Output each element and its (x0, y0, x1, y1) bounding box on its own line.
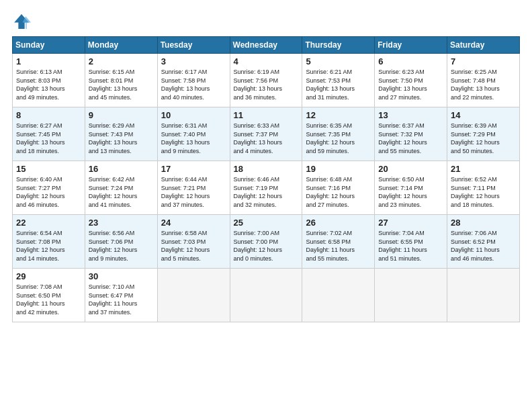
day-number: 23 (89, 218, 154, 228)
day-number: 16 (89, 164, 154, 174)
calendar-cell: 29Sunrise: 7:08 AM Sunset: 6:50 PM Dayli… (13, 269, 85, 322)
calendar-cell (447, 269, 520, 322)
day-info: Sunrise: 6:40 AM Sunset: 7:27 PM Dayligh… (16, 175, 81, 209)
day-info: Sunrise: 6:54 AM Sunset: 7:08 PM Dayligh… (16, 229, 81, 263)
calendar-cell: 3Sunrise: 6:17 AM Sunset: 7:58 PM Daylig… (157, 54, 230, 107)
day-number: 5 (306, 56, 371, 66)
calendar-cell: 7Sunrise: 6:25 AM Sunset: 7:48 PM Daylig… (447, 54, 520, 107)
calendar-week-2: 8Sunrise: 6:27 AM Sunset: 7:45 PM Daylig… (13, 107, 520, 161)
day-number: 12 (306, 110, 371, 120)
day-info: Sunrise: 6:33 AM Sunset: 7:37 PM Dayligh… (234, 122, 299, 155)
calendar-header: SundayMondayTuesdayWednesdayThursdayFrid… (13, 37, 520, 54)
day-info: Sunrise: 6:42 AM Sunset: 7:24 PM Dayligh… (89, 175, 154, 209)
header (12, 12, 520, 31)
day-number: 25 (234, 218, 299, 228)
calendar-cell: 6Sunrise: 6:23 AM Sunset: 7:50 PM Daylig… (375, 54, 447, 107)
calendar-week-5: 29Sunrise: 7:08 AM Sunset: 6:50 PM Dayli… (13, 269, 520, 322)
calendar-cell: 21Sunrise: 6:52 AM Sunset: 7:11 PM Dayli… (447, 161, 520, 215)
day-number: 18 (234, 164, 299, 174)
day-info: Sunrise: 6:21 AM Sunset: 7:53 PM Dayligh… (306, 68, 371, 101)
calendar-cell: 30Sunrise: 7:10 AM Sunset: 6:47 PM Dayli… (85, 269, 157, 322)
day-info: Sunrise: 6:29 AM Sunset: 7:43 PM Dayligh… (89, 122, 154, 155)
day-number: 14 (451, 110, 516, 120)
day-info: Sunrise: 6:44 AM Sunset: 7:21 PM Dayligh… (161, 175, 226, 209)
day-info: Sunrise: 6:50 AM Sunset: 7:14 PM Dayligh… (378, 175, 443, 209)
logo (12, 12, 32, 31)
calendar-cell: 18Sunrise: 6:46 AM Sunset: 7:19 PM Dayli… (230, 161, 302, 215)
calendar-cell: 2Sunrise: 6:15 AM Sunset: 8:01 PM Daylig… (85, 54, 157, 107)
day-info: Sunrise: 6:35 AM Sunset: 7:35 PM Dayligh… (306, 122, 371, 155)
day-info: Sunrise: 6:13 AM Sunset: 8:03 PM Dayligh… (16, 68, 81, 101)
weekday-header-monday: Monday (85, 37, 157, 54)
day-info: Sunrise: 6:23 AM Sunset: 7:50 PM Dayligh… (378, 68, 443, 101)
day-number: 26 (306, 218, 371, 228)
calendar-cell: 22Sunrise: 6:54 AM Sunset: 7:08 PM Dayli… (13, 215, 85, 269)
day-number: 17 (161, 164, 226, 174)
day-number: 20 (378, 164, 443, 174)
calendar-cell: 5Sunrise: 6:21 AM Sunset: 7:53 PM Daylig… (302, 54, 375, 107)
day-info: Sunrise: 6:48 AM Sunset: 7:16 PM Dayligh… (306, 175, 371, 209)
day-info: Sunrise: 6:56 AM Sunset: 7:06 PM Dayligh… (89, 229, 154, 263)
day-info: Sunrise: 7:02 AM Sunset: 6:58 PM Dayligh… (306, 229, 371, 263)
day-number: 28 (451, 218, 516, 228)
day-number: 19 (306, 164, 371, 174)
calendar-cell: 25Sunrise: 7:00 AM Sunset: 7:00 PM Dayli… (230, 215, 302, 269)
day-info: Sunrise: 6:25 AM Sunset: 7:48 PM Dayligh… (451, 68, 516, 101)
calendar-cell: 17Sunrise: 6:44 AM Sunset: 7:21 PM Dayli… (157, 161, 230, 215)
day-number: 10 (161, 110, 226, 120)
day-number: 6 (378, 56, 443, 66)
day-number: 9 (89, 110, 154, 120)
day-number: 1 (16, 56, 81, 66)
day-number: 7 (451, 56, 516, 66)
day-info: Sunrise: 6:37 AM Sunset: 7:32 PM Dayligh… (378, 122, 443, 155)
calendar-week-4: 22Sunrise: 6:54 AM Sunset: 7:08 PM Dayli… (13, 215, 520, 269)
day-info: Sunrise: 6:15 AM Sunset: 8:01 PM Dayligh… (89, 68, 154, 101)
page: SundayMondayTuesdayWednesdayThursdayFrid… (0, 0, 532, 411)
calendar-week-3: 15Sunrise: 6:40 AM Sunset: 7:27 PM Dayli… (13, 161, 520, 215)
day-info: Sunrise: 6:58 AM Sunset: 7:03 PM Dayligh… (161, 229, 226, 263)
day-info: Sunrise: 6:52 AM Sunset: 7:11 PM Dayligh… (451, 175, 516, 209)
day-number: 30 (89, 271, 154, 281)
calendar-cell: 4Sunrise: 6:19 AM Sunset: 7:56 PM Daylig… (230, 54, 302, 107)
calendar-cell: 20Sunrise: 6:50 AM Sunset: 7:14 PM Dayli… (375, 161, 447, 215)
day-number: 13 (378, 110, 443, 120)
calendar-cell (375, 269, 447, 322)
logo-icon (12, 12, 31, 31)
day-number: 3 (161, 56, 226, 66)
calendar-cell: 14Sunrise: 6:39 AM Sunset: 7:29 PM Dayli… (447, 107, 520, 161)
weekday-header-friday: Friday (375, 37, 447, 54)
day-number: 8 (16, 110, 81, 120)
calendar-cell: 19Sunrise: 6:48 AM Sunset: 7:16 PM Dayli… (302, 161, 375, 215)
calendar-cell: 11Sunrise: 6:33 AM Sunset: 7:37 PM Dayli… (230, 107, 302, 161)
day-number: 29 (16, 271, 81, 281)
day-info: Sunrise: 7:06 AM Sunset: 6:52 PM Dayligh… (451, 229, 516, 263)
day-info: Sunrise: 6:31 AM Sunset: 7:40 PM Dayligh… (161, 122, 226, 155)
calendar-cell: 28Sunrise: 7:06 AM Sunset: 6:52 PM Dayli… (447, 215, 520, 269)
calendar-cell: 26Sunrise: 7:02 AM Sunset: 6:58 PM Dayli… (302, 215, 375, 269)
calendar-cell: 27Sunrise: 7:04 AM Sunset: 6:55 PM Dayli… (375, 215, 447, 269)
weekday-header-sunday: Sunday (13, 37, 85, 54)
day-number: 4 (234, 56, 299, 66)
day-info: Sunrise: 6:17 AM Sunset: 7:58 PM Dayligh… (161, 68, 226, 101)
calendar-cell: 16Sunrise: 6:42 AM Sunset: 7:24 PM Dayli… (85, 161, 157, 215)
calendar-cell: 1Sunrise: 6:13 AM Sunset: 8:03 PM Daylig… (13, 54, 85, 107)
day-number: 21 (451, 164, 516, 174)
calendar-cell: 24Sunrise: 6:58 AM Sunset: 7:03 PM Dayli… (157, 215, 230, 269)
calendar-cell (302, 269, 375, 322)
calendar-cell: 13Sunrise: 6:37 AM Sunset: 7:32 PM Dayli… (375, 107, 447, 161)
weekday-header-saturday: Saturday (447, 37, 520, 54)
day-number: 22 (16, 218, 81, 228)
calendar-cell (157, 269, 230, 322)
weekday-row: SundayMondayTuesdayWednesdayThursdayFrid… (13, 37, 520, 54)
day-number: 11 (234, 110, 299, 120)
day-info: Sunrise: 6:46 AM Sunset: 7:19 PM Dayligh… (234, 175, 299, 209)
day-info: Sunrise: 6:39 AM Sunset: 7:29 PM Dayligh… (451, 122, 516, 155)
day-number: 15 (16, 164, 81, 174)
calendar-cell: 15Sunrise: 6:40 AM Sunset: 7:27 PM Dayli… (13, 161, 85, 215)
calendar-week-1: 1Sunrise: 6:13 AM Sunset: 8:03 PM Daylig… (13, 54, 520, 107)
calendar-cell: 12Sunrise: 6:35 AM Sunset: 7:35 PM Dayli… (302, 107, 375, 161)
day-number: 27 (378, 218, 443, 228)
day-number: 24 (161, 218, 226, 228)
weekday-header-tuesday: Tuesday (157, 37, 230, 54)
day-info: Sunrise: 7:00 AM Sunset: 7:00 PM Dayligh… (234, 229, 299, 263)
